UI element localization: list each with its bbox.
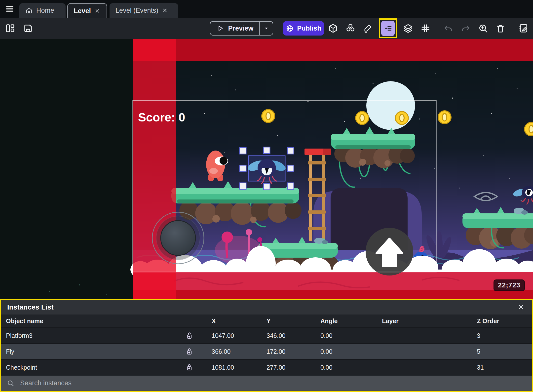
instance-x[interactable]: 366.00 [212,348,230,355]
instance-z-order[interactable]: 31 [477,364,484,371]
instance-name: Checkpoint [6,364,37,371]
instances-panel: Instances List Object name X Y Angle Lay… [0,299,533,392]
instance-y[interactable]: 346.00 [266,332,285,339]
preview-dropdown[interactable] [260,22,273,35]
instance-angle[interactable]: 0.00 [320,364,333,371]
notebook-edit-icon [518,23,529,34]
tab-bar: Home Level Level (Events) [0,0,533,18]
add-object-button[interactable] [344,22,357,35]
red-ground [133,272,533,299]
column-x[interactable]: X [212,317,216,325]
lock-open-icon [185,331,193,340]
column-z-order[interactable]: Z Order [477,317,499,325]
search-icon [7,379,15,387]
save-icon [23,23,33,34]
pencil-icon [363,23,373,34]
preview-label: Preview [228,25,253,32]
close-icon[interactable] [94,8,100,14]
instance-y[interactable]: 172.00 [266,348,285,355]
home-icon [25,7,33,14]
zoom-in-icon [478,23,488,34]
lock-toggle-button[interactable] [185,363,193,372]
edit-object-button[interactable] [362,22,374,35]
lock-open-icon [185,347,193,356]
instances-column-header: Object name X Y Angle Layer Z Order [1,314,532,327]
layers-button[interactable] [402,22,414,35]
menu-button[interactable] [4,3,15,15]
close-panel-button[interactable] [516,302,526,313]
column-layer[interactable]: Layer [382,317,399,325]
close-icon[interactable] [162,7,168,13]
globe-icon [286,24,294,33]
instances-list-icon [383,23,393,33]
moon[interactable] [366,81,415,130]
lock-open-icon [185,363,193,372]
trash-icon [495,23,506,34]
scene-properties-button[interactable] [517,22,530,35]
tab-level-events[interactable]: Level (Events) [110,3,178,18]
instance-row-checkpoint[interactable]: Checkpoint 1081.00 277.00 0.00 31 [1,359,532,375]
scene-svg: Score: 0 [0,39,533,299]
undo-button[interactable] [442,22,455,35]
cube-icon [328,23,338,34]
chevron-down-icon [263,25,269,32]
instance-z-order[interactable]: 5 [477,348,480,355]
scene-red-band [133,39,533,61]
delete-button[interactable] [494,22,507,35]
joystick-control [152,212,204,264]
lock-toggle-button[interactable] [185,347,193,356]
score-text: Score: 0 [138,111,185,124]
tab-level-events-label: Level (Events) [115,7,158,14]
undo-icon [443,23,454,34]
save-button[interactable] [22,22,34,35]
instance-x[interactable]: 1081.00 [212,364,234,371]
play-icon [216,24,224,32]
lock-toggle-button[interactable] [185,331,193,340]
column-y[interactable]: Y [266,317,271,325]
highlight-box [379,18,397,38]
object-button[interactable] [327,22,339,35]
scene-red-strip [133,39,176,299]
editor-toolbar: Preview Publish [0,18,533,39]
toggle-panels-button[interactable] [4,22,16,35]
divider [437,23,437,34]
instance-name: Fly [6,348,14,355]
tab-level[interactable]: Level [67,3,107,18]
instances-list-button[interactable] [381,21,395,36]
publish-button[interactable]: Publish [283,21,324,36]
panel-title: Instances List [7,303,54,311]
cursor-coordinates-badge: 22;723 [494,279,525,291]
grid-icon [420,23,431,34]
scene-canvas[interactable]: Score: 0 22;723 [0,39,533,299]
publish-label: Publish [297,25,321,32]
grid-button[interactable] [419,22,432,35]
instance-angle[interactable]: 0.00 [320,332,333,339]
zoom-button[interactable] [477,22,489,35]
cubes-icon [345,23,356,34]
column-object-name[interactable]: Object name [6,317,43,325]
app-window: Home Level Level (Events) [0,0,533,392]
close-icon [517,303,525,311]
redo-icon [460,23,471,34]
tab-level-label: Level [74,7,91,15]
instances-search-bar [1,376,532,391]
tab-home[interactable]: Home [19,3,66,18]
outside-scene-area [0,39,133,299]
hamburger-icon [5,4,14,14]
instance-row-platform3[interactable]: Platform3 1047.00 346.00 0.00 3 [1,327,532,343]
redo-button[interactable] [459,22,472,35]
search-instances-input[interactable] [20,379,526,387]
instance-row-fly[interactable]: Fly 366.00 172.00 0.00 5 [1,343,532,359]
instance-z-order[interactable]: 3 [477,332,480,339]
jump-button-control [366,228,413,275]
tab-home-label: Home [36,7,54,14]
preview-button[interactable]: Preview [210,21,273,36]
layers-icon [403,23,413,34]
instances-panel-header: Instances List [1,300,532,314]
instance-x[interactable]: 1047.00 [212,332,234,339]
instance-name: Platform3 [6,332,33,339]
divider [512,23,512,34]
column-angle[interactable]: Angle [320,317,338,325]
instance-y[interactable]: 277.00 [266,364,285,371]
instance-angle[interactable]: 0.00 [320,348,333,355]
